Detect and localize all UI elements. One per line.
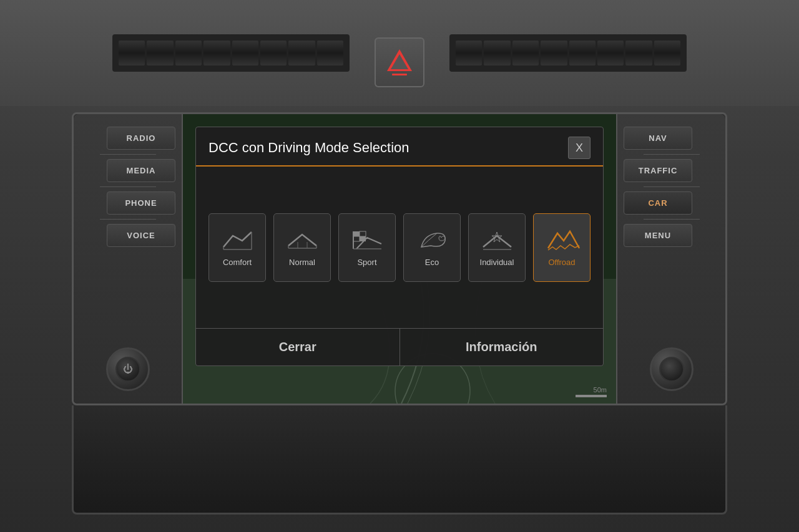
left-knob[interactable]: ⏻ [106, 347, 150, 391]
mode-label-normal: Normal [289, 258, 315, 267]
hazard-icon [387, 49, 412, 71]
vent-slat [175, 41, 202, 65]
mode-label-offroad: Offroad [548, 258, 575, 267]
vent-slat [456, 41, 482, 65]
map-scale: 50m [576, 386, 607, 397]
hazard-button[interactable] [375, 37, 424, 87]
car-interior: cochesnet [0, 0, 799, 532]
separator [644, 186, 700, 187]
mode-button-eco[interactable]: Eco [403, 213, 461, 282]
top-vents [0, 0, 799, 106]
mode-button-individual[interactable]: Individual [468, 213, 526, 282]
separator [644, 219, 700, 220]
vent-slat [625, 41, 652, 65]
right-knob-area [624, 347, 719, 391]
dialog-body: Comfort [196, 167, 603, 328]
left-knob-area: ⏻ [80, 347, 175, 391]
mode-label-eco: Eco [425, 258, 439, 267]
radio-button[interactable]: RADIO [107, 127, 175, 150]
screen-area: 50m DCC con Driving Mode Selection X [183, 114, 616, 404]
infotainment-unit: RADIO MEDIA PHONE VOICE ⏻ [72, 112, 727, 405]
phone-button[interactable]: PHONE [107, 191, 175, 215]
svg-rect-12 [353, 236, 360, 241]
normal-icon [285, 228, 320, 253]
informacion-button[interactable]: Información [400, 329, 604, 365]
svg-rect-11 [360, 231, 366, 236]
mode-button-normal[interactable]: Normal [273, 213, 331, 282]
vent-slat [597, 41, 624, 65]
vent-slat [654, 41, 680, 65]
left-panel: RADIO MEDIA PHONE VOICE ⏻ [74, 114, 183, 404]
mode-label-sport: Sport [357, 258, 376, 267]
mode-button-offroad[interactable]: Offroad [533, 213, 591, 282]
vent-slat [512, 41, 539, 65]
right-knob-inner [659, 357, 684, 382]
vent-right [449, 34, 687, 72]
dialog-title: DCC con Driving Mode Selection [208, 140, 409, 156]
vent-slat [569, 41, 596, 65]
separator [100, 186, 156, 187]
car-button[interactable]: CAR [624, 191, 692, 215]
separator [100, 154, 156, 155]
svg-rect-10 [353, 231, 360, 236]
separator [100, 219, 156, 220]
mode-button-comfort[interactable]: Comfort [208, 213, 266, 282]
menu-button[interactable]: MENU [624, 224, 692, 247]
svg-marker-17 [492, 232, 502, 242]
media-button[interactable]: MEDIA [107, 159, 175, 182]
mode-label-individual: Individual [480, 258, 514, 267]
driving-mode-dialog: DCC con Driving Mode Selection X [195, 127, 604, 366]
mode-label-comfort: Comfort [223, 258, 252, 267]
sport-icon [350, 228, 385, 253]
individual-icon [480, 228, 514, 253]
vent-left [112, 34, 350, 72]
right-panel: NAV TRAFFIC CAR MENU [616, 114, 725, 404]
vent-slat [288, 41, 315, 65]
right-knob[interactable] [650, 347, 694, 391]
dialog-footer: Cerrar Información [196, 328, 603, 365]
vent-slat [232, 41, 258, 65]
mode-button-sport[interactable]: Sport [338, 213, 396, 282]
comfort-icon [220, 228, 255, 253]
cerrar-button[interactable]: Cerrar [196, 329, 400, 365]
left-knob-inner: ⏻ [115, 357, 140, 382]
dialog-header: DCC con Driving Mode Selection X [196, 127, 603, 167]
vent-slat [260, 41, 287, 65]
scale-bar [576, 395, 607, 397]
nav-button[interactable]: NAV [624, 127, 692, 150]
bottom-area [72, 405, 727, 515]
separator [644, 154, 700, 155]
voice-button[interactable]: VOICE [107, 224, 175, 247]
traffic-button[interactable]: TRAFFIC [624, 159, 692, 182]
vent-slat [484, 41, 510, 65]
vent-slat [203, 41, 230, 65]
vent-slat [147, 41, 173, 65]
eco-icon [415, 228, 449, 253]
vent-slat [541, 41, 567, 65]
vent-slat [119, 41, 145, 65]
close-button[interactable]: X [568, 137, 591, 159]
vent-slat [317, 41, 343, 65]
offroad-icon [545, 228, 579, 253]
